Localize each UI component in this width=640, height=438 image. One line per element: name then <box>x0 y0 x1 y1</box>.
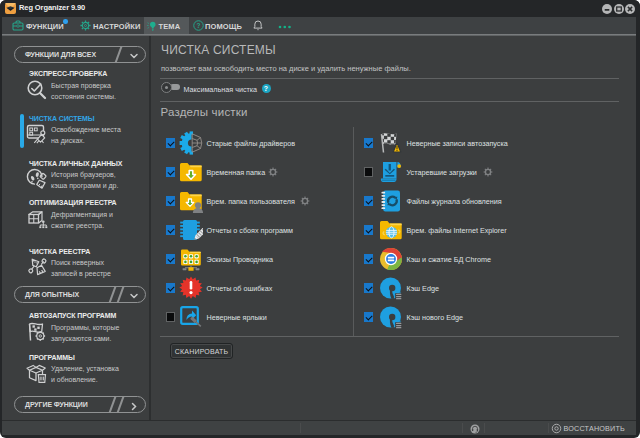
toggle-dot <box>165 86 168 89</box>
cleanup-item-label: Старые файлы драйверов <box>207 139 296 148</box>
checkbox[interactable] <box>166 196 176 206</box>
cleanup-item-label: Эскизы Проводника <box>207 255 274 264</box>
sidebar-item-title: ЭКСПРЕСС-ПРОВЕРКА <box>29 70 149 77</box>
section-title: Разделы чистки <box>161 106 248 118</box>
sidebar-item-title: ПРОГРАММЫ <box>29 354 149 361</box>
sidebar-group-functions-for-all[interactable]: ФУНКЦИИ ДЛЯ ВСЕХ <box>14 46 146 63</box>
chevron-right-icon <box>130 402 138 411</box>
checkbox[interactable] <box>364 167 374 177</box>
temp-folder-icon <box>179 160 203 184</box>
update-logs-icon <box>379 189 403 213</box>
slash-decor <box>107 286 117 303</box>
sidebar-group-other-functions[interactable]: ДРУГИЕ ФУНКЦИИ <box>14 396 146 413</box>
window-title: Reg Organizer 9.90 <box>19 3 85 12</box>
group-label: ДЛЯ ОПЫТНЫХ <box>25 291 79 298</box>
chevron-down-icon <box>129 292 139 300</box>
sidebar-item-registry-optimization[interactable]: ОПТИМИЗАЦИЯ РЕЕСТРА <box>2 199 149 231</box>
divider <box>160 336 619 337</box>
checkbox[interactable] <box>166 225 176 235</box>
autorun-icon <box>26 321 48 343</box>
checkbox[interactable] <box>364 138 374 148</box>
cleanup-item-label: Временная папка <box>207 168 266 177</box>
express-check-icon <box>26 79 48 101</box>
lightbulb-icon <box>147 21 157 31</box>
system-cleanup-icon <box>26 123 48 145</box>
sidebar-group-for-experienced[interactable]: ДЛЯ ОПЫТНЫХ <box>14 286 146 303</box>
cleanup-item-label: Отчеты об ошибках <box>207 284 273 293</box>
sidebar-item-express-check[interactable]: ЭКСПРЕСС-ПРОВЕРКА Быстрая проверка состо… <box>2 70 149 102</box>
column-divider <box>353 127 354 336</box>
divider <box>160 78 619 79</box>
statusbar-separator <box>462 423 463 433</box>
cleanup-item-label: Отчеты о сбоях программ <box>207 226 293 235</box>
private-data-icon <box>26 168 48 190</box>
scan-button[interactable]: СКАНИРОВАТЬ <box>170 343 233 359</box>
item-settings-gear-icon[interactable] <box>483 167 493 177</box>
checkbox[interactable] <box>166 283 176 293</box>
briefcase-icon <box>12 20 24 31</box>
minimize-button[interactable] <box>602 4 612 14</box>
chevron-down-icon <box>129 52 139 60</box>
sidebar-item-system-cleanup[interactable]: ЧИСТКА СИСТЕМЫ <box>2 115 149 147</box>
checkbox[interactable] <box>166 138 176 148</box>
sidebar-item-subtitle: Быстрая проверка состояния системы. <box>51 79 116 102</box>
help-badge-icon[interactable]: ? <box>262 84 271 93</box>
sidebar-item-title: АВТОЗАПУСК ПРОГРАММ <box>29 312 149 319</box>
statusbar-separator <box>484 423 485 433</box>
programs-icon <box>26 362 48 384</box>
title-bar: Reg Organizer 9.90 <box>0 0 640 17</box>
new-edge-cache-icon <box>379 305 403 329</box>
sidebar-item-private-data[interactable]: ЧИСТКА ЛИЧНЫХ ДАННЫХ <box>2 160 149 192</box>
slash-decor <box>115 396 125 413</box>
group-label: ДРУГИЕ ФУНКЦИИ <box>25 401 88 408</box>
scan-button-label: СКАНИРОВАТЬ <box>171 348 232 355</box>
gear-icon <box>80 20 91 31</box>
main-content: ЧИСТКА СИСТЕМЫ позволяет вам освободить … <box>154 36 636 420</box>
sidebar-item-subtitle: История браузеров, кэша программ и др. <box>51 168 118 191</box>
item-settings-gear-icon[interactable] <box>268 167 278 177</box>
checkbox[interactable] <box>364 196 374 206</box>
cleanup-item-label: Неверные ярлыки <box>207 313 267 322</box>
sidebar-item-programs[interactable]: ПРОГРАММЫ Удаление, установк <box>2 354 149 386</box>
crash-reports-icon <box>179 218 203 242</box>
checkbox[interactable] <box>364 254 374 264</box>
sidebar-item-title: ЧИСТКА ЛИЧНЫХ ДАННЫХ <box>29 160 149 167</box>
status-bar: ВОССТАНОВИТЬ <box>2 420 636 435</box>
sidebar-item-registry-cleanup[interactable]: ЧИСТКА РЕЕСТРА <box>2 248 149 280</box>
svg-text:?: ? <box>197 22 201 29</box>
sidebar-item-subtitle: Программы, которые запускаются сами. <box>51 321 119 344</box>
checkbox[interactable] <box>364 283 374 293</box>
cleanup-item-label: Врем. папка пользователя <box>207 197 295 206</box>
checkbox[interactable] <box>166 312 176 322</box>
maximize-button[interactable] <box>614 4 624 14</box>
cleanup-item-label: Файлы журнала обновления <box>407 197 502 206</box>
ellipsis-icon[interactable] <box>278 25 292 29</box>
sidebar-item-subtitle: Удаление, установка и обновление. <box>51 362 119 385</box>
help-circle-icon: ? <box>193 20 204 31</box>
menu-item-label: НАСТРОЙКИ <box>93 22 140 31</box>
sidebar: ФУНКЦИИ ДЛЯ ВСЕХ ЭКСПРЕСС-ПРОВЕРКА <box>2 36 149 420</box>
divider <box>160 101 619 102</box>
checkbox[interactable] <box>166 254 176 264</box>
sidebar-item-subtitle: Поиск неверных записей в реестре <box>51 256 111 279</box>
checkbox[interactable] <box>364 225 374 235</box>
item-settings-gear-icon[interactable] <box>300 196 310 206</box>
sidebar-item-autorun[interactable]: АВТОЗАПУСК ПРОГРАММ <box>2 312 149 344</box>
sidebar-item-title: ЧИСТКА РЕЕСТРА <box>29 248 149 255</box>
autorun-entries-icon <box>379 131 403 155</box>
support-headset-icon[interactable] <box>470 424 480 434</box>
cleanup-item-label: Врем. файлы Internet Explorer <box>407 226 507 235</box>
app-logo-icon <box>5 3 16 14</box>
user-temp-folder-icon <box>179 189 203 213</box>
sidebar-item-title: ЧИСТКА СИСТЕМЫ <box>29 115 149 122</box>
cleanup-item-label: Устаревшие загрузки <box>407 168 477 177</box>
restore-button[interactable]: ВОССТАНОВИТЬ <box>548 421 638 435</box>
body-area: ФУНКЦИИ ДЛЯ ВСЕХ ЭКСПРЕСС-ПРОВЕРКА <box>2 36 636 420</box>
checkbox[interactable] <box>364 312 374 322</box>
invalid-shortcuts-icon <box>179 305 203 329</box>
checkbox[interactable] <box>166 167 176 177</box>
close-button[interactable] <box>625 4 635 14</box>
menu-item-label: ФУНКЦИИ <box>26 22 64 31</box>
slash-decor <box>107 396 117 413</box>
bell-icon[interactable] <box>253 20 263 31</box>
